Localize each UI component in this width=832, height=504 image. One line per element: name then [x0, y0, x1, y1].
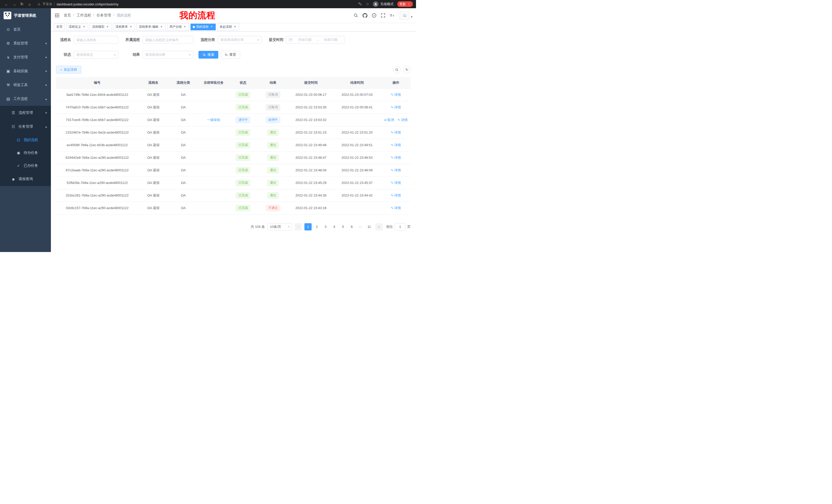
sidebar-item[interactable]: ☰ 流程管理 ▾: [0, 106, 51, 120]
tab-close-icon[interactable]: [183, 25, 187, 29]
result-select[interactable]: 请选择流结果 ▾: [142, 51, 193, 59]
detail-link[interactable]: 详情: [391, 156, 401, 160]
goto-input[interactable]: [395, 223, 406, 230]
tab[interactable]: 发起流程: [217, 24, 239, 30]
create-process-button[interactable]: + 发起流程: [56, 66, 81, 74]
detail-link[interactable]: 详情: [391, 143, 401, 147]
column-header: 当前审批任务: [198, 77, 229, 88]
detail-link[interactable]: 详情: [391, 130, 401, 135]
detail-link[interactable]: 详情: [391, 105, 401, 110]
sidebar-item[interactable]: ☷ 任务管理 ▴: [0, 120, 51, 134]
task-link[interactable]: 一级审批: [207, 118, 220, 122]
page-number-button[interactable]: 2: [313, 223, 320, 230]
tab-label: 流程模型: [92, 25, 104, 29]
result-tag: 已取消: [266, 104, 280, 110]
page-number-button[interactable]: 3: [322, 223, 329, 230]
sidebar-item[interactable]: ◉ 待办任务: [0, 146, 51, 159]
detail-link[interactable]: 详情: [398, 118, 408, 122]
reload-icon[interactable]: ↻: [19, 2, 25, 6]
cell-actions: 详情: [381, 101, 411, 114]
address-bar[interactable]: ⚠ 不安全 dashboard.yudao.iocoder.cn/bpm/tas…: [37, 2, 357, 6]
tab-label: 首页: [56, 25, 62, 29]
browser-home-icon[interactable]: ⌂: [26, 2, 33, 6]
sidebar-item[interactable]: ¥ 支付管理 ▾: [0, 50, 51, 64]
detail-link[interactable]: 详情: [391, 193, 401, 198]
sidebar-item[interactable]: ⚙ 系统管理 ▾: [0, 36, 51, 50]
tab-close-icon[interactable]: [160, 25, 163, 29]
user-menu[interactable]: ▾: [400, 11, 412, 20]
page-number-button[interactable]: 11: [366, 223, 373, 230]
browser-menu-icon[interactable]: ⋮: [407, 2, 411, 6]
detail-link[interactable]: 详情: [391, 206, 401, 211]
table-row: 331bc281-7b9a-11ec-a290-acde48001122 OA …: [56, 189, 411, 202]
edit-icon: [398, 118, 400, 122]
star-icon[interactable]: ☆: [366, 2, 369, 6]
tab[interactable]: 用户分组: [167, 24, 189, 30]
menu-item-label: 系统管理: [14, 41, 28, 46]
breadcrumb-item[interactable]: 工作流程: [77, 13, 97, 18]
detail-link[interactable]: 详情: [391, 92, 401, 97]
page-number-button[interactable]: 5: [339, 223, 346, 230]
toggle-search-button[interactable]: [393, 66, 400, 74]
breadcrumb-item[interactable]: 任务管理: [97, 13, 117, 18]
tab[interactable]: 流程定义: [66, 24, 88, 30]
process-input[interactable]: [142, 36, 193, 44]
sidebar-item[interactable]: ▤ 工作流程 ▴: [0, 92, 51, 106]
page-number-button[interactable]: 6: [348, 223, 355, 230]
tab[interactable]: 首页: [54, 24, 65, 30]
back-icon[interactable]: ←: [3, 2, 10, 6]
search-button[interactable]: 搜索: [199, 51, 218, 59]
breadcrumb-item[interactable]: 我的流程: [117, 13, 136, 18]
tab-close-icon[interactable]: [129, 25, 133, 29]
page-number-button[interactable]: ···: [357, 223, 364, 230]
update-button[interactable]: 更新 ⋮: [397, 1, 413, 7]
incognito-badge[interactable]: 无痕模式: [373, 1, 394, 7]
refresh-button[interactable]: ↻: [403, 66, 411, 74]
help-icon[interactable]: ?: [372, 13, 376, 18]
forward-icon[interactable]: →: [11, 2, 18, 6]
search-icon[interactable]: [354, 13, 358, 18]
cell-result: 已取消: [257, 88, 289, 101]
page-number-button[interactable]: 4: [331, 223, 338, 230]
tab[interactable]: 流程模型: [90, 24, 111, 30]
tab[interactable]: 我的流程: [190, 24, 216, 30]
cell-category: OA: [168, 151, 198, 164]
cell-category: OA: [168, 139, 198, 151]
date-range-picker[interactable]: 开始日期 - 结束日期: [286, 36, 344, 44]
key-icon[interactable]: [358, 2, 362, 6]
detail-link[interactable]: 详情: [391, 168, 401, 173]
reset-button[interactable]: ↻ 重置: [221, 51, 240, 59]
next-page-button[interactable]: ›: [375, 223, 383, 230]
logo[interactable]: 芋道管理系统: [0, 8, 51, 23]
cell-task: [198, 176, 229, 189]
sidebar-item[interactable]: ▣ 基础设施 ▾: [0, 64, 51, 78]
category-select[interactable]: 请选择流程分类 ▾: [217, 36, 262, 44]
cell-id: 2152467e-7b9b-11ec-9a1b-acde48001122: [56, 126, 138, 139]
tab-close-icon[interactable]: [82, 25, 86, 29]
tab-close-icon[interactable]: [210, 25, 213, 29]
sidebar-item[interactable]: ☻ 请假查询: [0, 172, 51, 186]
tab-close-icon[interactable]: [233, 25, 237, 29]
sidebar-item[interactable]: ⚒ 研发工具 ▾: [0, 78, 51, 92]
cancel-link[interactable]: 取消: [384, 118, 394, 122]
sidebar-item[interactable]: ⊙ 首页: [0, 23, 51, 36]
page-size-select[interactable]: 10条/页 ▾: [267, 223, 292, 230]
font-size-icon[interactable]: TT: [390, 13, 395, 18]
github-icon[interactable]: [363, 13, 367, 18]
sidebar-item[interactable]: ✓ 已办任务: [0, 159, 51, 172]
tab-close-icon[interactable]: [106, 25, 109, 29]
name-input[interactable]: [74, 36, 118, 44]
cell-end-time: 2022-01-23 00:07:03: [333, 88, 381, 101]
tab[interactable]: 流程表单: [113, 24, 135, 30]
hamburger-icon[interactable]: [54, 13, 60, 18]
status-select[interactable]: 请选择状态 ▾: [74, 51, 118, 59]
breadcrumb-item[interactable]: 首页: [64, 13, 77, 18]
page-number-button[interactable]: 1: [305, 223, 312, 230]
cell-category: OA: [168, 88, 198, 101]
sidebar-item[interactable]: ⊡ 我的流程: [0, 134, 51, 146]
prev-page-button[interactable]: ‹: [295, 223, 302, 230]
fullscreen-icon[interactable]: [381, 13, 385, 18]
detail-link[interactable]: 详情: [391, 180, 401, 185]
cell-name: OA 请假: [138, 139, 168, 151]
tab[interactable]: 流程表单-编辑: [136, 24, 165, 30]
